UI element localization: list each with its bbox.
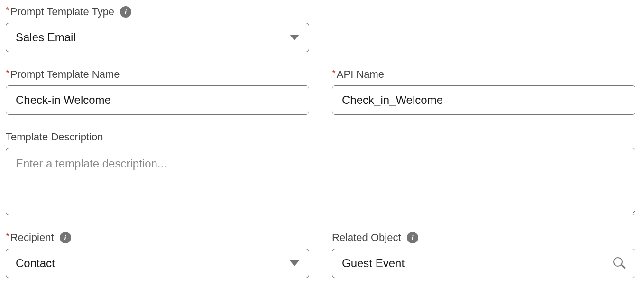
description-textarea[interactable] xyxy=(6,148,635,215)
select-value: Contact xyxy=(16,257,55,270)
recipient-select[interactable]: Contact xyxy=(6,249,309,278)
label-text: Prompt Template Name xyxy=(10,68,120,80)
chevron-down-icon xyxy=(290,260,299,266)
select-value: Sales Email xyxy=(16,31,76,44)
label-text: Recipient xyxy=(10,232,54,243)
template-name-input[interactable] xyxy=(6,85,309,115)
template-name-label: *Prompt Template Name xyxy=(6,68,309,81)
lookup-value: Guest Event xyxy=(342,257,405,270)
api-name-label: *API Name xyxy=(332,68,635,81)
api-name-input[interactable] xyxy=(332,85,635,115)
label-text: Related Object xyxy=(332,232,401,244)
related-object-label: Related Object i xyxy=(332,232,635,244)
search-icon xyxy=(613,257,626,269)
description-label: Template Description xyxy=(6,131,635,143)
label-text: Prompt Template Type xyxy=(10,6,114,18)
chevron-down-icon xyxy=(290,35,299,40)
template-type-select[interactable]: Sales Email xyxy=(6,23,309,52)
info-icon[interactable]: i xyxy=(60,232,71,243)
related-object-lookup[interactable]: Guest Event xyxy=(332,249,635,278)
template-type-label: *Prompt Template Type i xyxy=(6,6,309,18)
info-icon[interactable]: i xyxy=(407,232,418,243)
info-icon[interactable]: i xyxy=(120,6,131,18)
label-text: API Name xyxy=(337,68,384,80)
label-text: Template Description xyxy=(6,131,103,143)
recipient-label: *Recipient i xyxy=(6,232,309,244)
